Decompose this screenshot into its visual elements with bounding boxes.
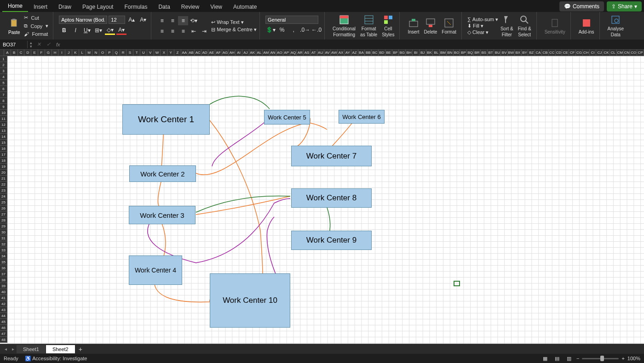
col-header-CI[interactable]: CI bbox=[590, 50, 597, 56]
find-select-button[interactable]: Find &Select bbox=[516, 14, 534, 37]
col-header-AM[interactable]: AM bbox=[263, 50, 270, 56]
col-header-D[interactable]: D bbox=[24, 50, 31, 56]
name-box[interactable]: BO37 bbox=[0, 41, 28, 48]
row-header-16[interactable]: 16 bbox=[0, 146, 7, 152]
row-header-7[interactable]: 7 bbox=[0, 92, 7, 98]
comma-button[interactable]: , bbox=[288, 25, 299, 34]
ribbon-tab-data[interactable]: Data bbox=[153, 2, 175, 12]
merge-centre-button[interactable]: ⊟ Merge & Centre ▾ bbox=[211, 27, 257, 33]
row-header-40[interactable]: 40 bbox=[0, 289, 7, 295]
col-header-I[interactable]: I bbox=[58, 50, 65, 56]
col-header-A[interactable]: A bbox=[4, 50, 11, 56]
row-header-18[interactable]: 18 bbox=[0, 158, 7, 164]
row-header-35[interactable]: 35 bbox=[0, 259, 7, 265]
col-header-BW[interactable]: BW bbox=[508, 50, 515, 56]
cell-styles-button[interactable]: CellStyles bbox=[380, 14, 397, 37]
col-header-K[interactable]: K bbox=[72, 50, 79, 56]
col-header-AY[interactable]: AY bbox=[345, 50, 351, 56]
col-header-AB[interactable]: AB bbox=[188, 50, 195, 56]
shape-work-center-6[interactable]: Work Center 6 bbox=[339, 110, 385, 124]
col-header-CO[interactable]: CO bbox=[630, 50, 637, 56]
col-header-AN[interactable]: AN bbox=[270, 50, 276, 56]
row-header-5[interactable]: 5 bbox=[0, 80, 7, 86]
row-header-19[interactable]: 19 bbox=[0, 164, 7, 170]
col-header-F[interactable]: F bbox=[38, 50, 45, 56]
row-header-47[interactable]: 47 bbox=[0, 331, 7, 337]
align-bottom-button[interactable]: ≡ bbox=[178, 16, 188, 25]
row-header-8[interactable]: 8 bbox=[0, 98, 7, 104]
ribbon-tab-home[interactable]: Home bbox=[2, 1, 28, 12]
col-header-CP[interactable]: CP bbox=[637, 50, 644, 56]
increase-indent-button[interactable]: ⇥ bbox=[199, 27, 209, 36]
col-header-BQ[interactable]: BQ bbox=[467, 50, 474, 56]
fill-color-button[interactable]: ◇▾ bbox=[105, 26, 115, 35]
col-header-T[interactable]: T bbox=[133, 50, 140, 56]
zoom-slider[interactable] bbox=[582, 358, 619, 359]
row-header-14[interactable]: 14 bbox=[0, 134, 7, 140]
col-header-M[interactable]: M bbox=[86, 50, 93, 56]
sort-filter-button[interactable]: Sort &Filter bbox=[498, 14, 516, 37]
analyse-data-button[interactable]: AnalyseData bbox=[605, 14, 627, 37]
col-header-BO[interactable]: BO bbox=[454, 50, 460, 56]
row-header-30[interactable]: 30 bbox=[0, 229, 7, 235]
select-all-corner[interactable] bbox=[0, 50, 4, 56]
ribbon-tab-insert[interactable]: Insert bbox=[28, 2, 53, 12]
col-header-X[interactable]: X bbox=[161, 50, 167, 56]
row-header-34[interactable]: 34 bbox=[0, 253, 7, 259]
col-header-CA[interactable]: CA bbox=[535, 50, 542, 56]
row-header-23[interactable]: 23 bbox=[0, 187, 7, 193]
col-header-AR[interactable]: AR bbox=[297, 50, 304, 56]
shape-work-center-5[interactable]: Work Center 5 bbox=[264, 110, 310, 125]
row-header-31[interactable]: 31 bbox=[0, 235, 7, 241]
col-header-CK[interactable]: CK bbox=[603, 50, 610, 56]
font-size-select[interactable] bbox=[109, 16, 125, 24]
col-header-CB[interactable]: CB bbox=[542, 50, 549, 56]
row-header-24[interactable]: 24 bbox=[0, 193, 7, 199]
cell-grid[interactable]: Work Center 1 Work Center 5 Work Center … bbox=[7, 56, 644, 344]
col-header-AC[interactable]: AC bbox=[195, 50, 201, 56]
row-header-21[interactable]: 21 bbox=[0, 176, 7, 182]
row-header-22[interactable]: 22 bbox=[0, 182, 7, 187]
format-painter-button[interactable]: 🖌Format bbox=[22, 30, 51, 38]
col-header-AA[interactable]: AA bbox=[181, 50, 188, 56]
col-header-CL[interactable]: CL bbox=[610, 50, 617, 56]
row-header-32[interactable]: 32 bbox=[0, 241, 7, 247]
comments-button[interactable]: 💬 Comments bbox=[559, 1, 604, 11]
col-header-P[interactable]: P bbox=[106, 50, 113, 56]
ribbon-tab-draw[interactable]: Draw bbox=[53, 2, 77, 12]
col-header-AF[interactable]: AF bbox=[215, 50, 222, 56]
col-header-BE[interactable]: BE bbox=[385, 50, 392, 56]
namebox-down[interactable]: ▾ bbox=[28, 45, 34, 48]
col-header-CC[interactable]: CC bbox=[549, 50, 556, 56]
increase-decimal-button[interactable]: .0→ bbox=[300, 25, 310, 34]
col-header-AK[interactable]: AK bbox=[249, 50, 256, 56]
col-header-AH[interactable]: AH bbox=[229, 50, 236, 56]
col-header-BI[interactable]: BI bbox=[413, 50, 420, 56]
align-left-button[interactable]: ≡ bbox=[157, 27, 167, 36]
align-top-button[interactable]: ≡ bbox=[157, 16, 167, 25]
format-cells-button[interactable]: Format bbox=[439, 17, 459, 34]
conditional-formatting-button[interactable]: ConditionalFormatting bbox=[330, 14, 358, 37]
row-header-27[interactable]: 27 bbox=[0, 211, 7, 217]
col-header-BL[interactable]: BL bbox=[433, 50, 440, 56]
row-header-3[interactable]: 3 bbox=[0, 68, 7, 74]
col-header-BP[interactable]: BP bbox=[460, 50, 467, 56]
row-header-9[interactable]: 9 bbox=[0, 104, 7, 110]
col-header-L[interactable]: L bbox=[79, 50, 86, 56]
align-center-button[interactable]: ≡ bbox=[167, 27, 178, 36]
col-header-BH[interactable]: BH bbox=[406, 50, 413, 56]
decrease-decimal-button[interactable]: ←.0 bbox=[311, 25, 322, 34]
shape-work-center-7[interactable]: Work Center 7 bbox=[291, 146, 372, 166]
ribbon-tab-automate[interactable]: Automate bbox=[228, 2, 262, 12]
col-header-BD[interactable]: BD bbox=[379, 50, 385, 56]
ribbon-tab-formulas[interactable]: Formulas bbox=[119, 2, 153, 12]
cancel-formula-button[interactable]: ✕ bbox=[34, 41, 44, 47]
col-header-BN[interactable]: BN bbox=[447, 50, 454, 56]
row-header-13[interactable]: 13 bbox=[0, 128, 7, 134]
font-color-button[interactable]: A▾ bbox=[116, 26, 126, 35]
clear-button[interactable]: ◇ Clear ▾ bbox=[467, 29, 498, 35]
row-header-33[interactable]: 33 bbox=[0, 247, 7, 253]
row-header-42[interactable]: 42 bbox=[0, 301, 7, 307]
col-header-AE[interactable]: AE bbox=[208, 50, 215, 56]
col-header-AP[interactable]: AP bbox=[283, 50, 290, 56]
